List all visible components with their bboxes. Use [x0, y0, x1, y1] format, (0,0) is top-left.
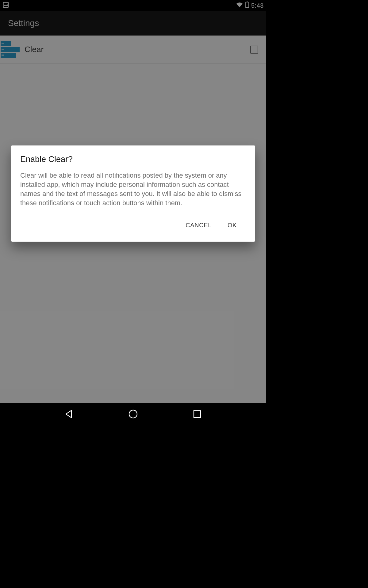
dialog-actions: CANCEL OK — [20, 219, 246, 235]
nav-back-button[interactable] — [63, 408, 75, 420]
nav-recent-button[interactable] — [191, 408, 203, 420]
ok-button[interactable]: OK — [226, 219, 239, 232]
nav-home-button[interactable] — [127, 408, 139, 420]
dialog-body: Clear will be able to read all notificat… — [20, 171, 246, 208]
dialog-title: Enable Clear? — [20, 155, 246, 164]
svg-marker-4 — [66, 410, 71, 418]
cancel-button[interactable]: CANCEL — [184, 219, 213, 232]
svg-rect-6 — [194, 411, 201, 417]
navigation-bar — [0, 403, 266, 425]
screen: 5:43 Settings Clear Enable Clear? Clear … — [0, 0, 266, 425]
enable-clear-dialog: Enable Clear? Clear will be able to read… — [11, 145, 255, 242]
svg-point-5 — [129, 410, 137, 418]
